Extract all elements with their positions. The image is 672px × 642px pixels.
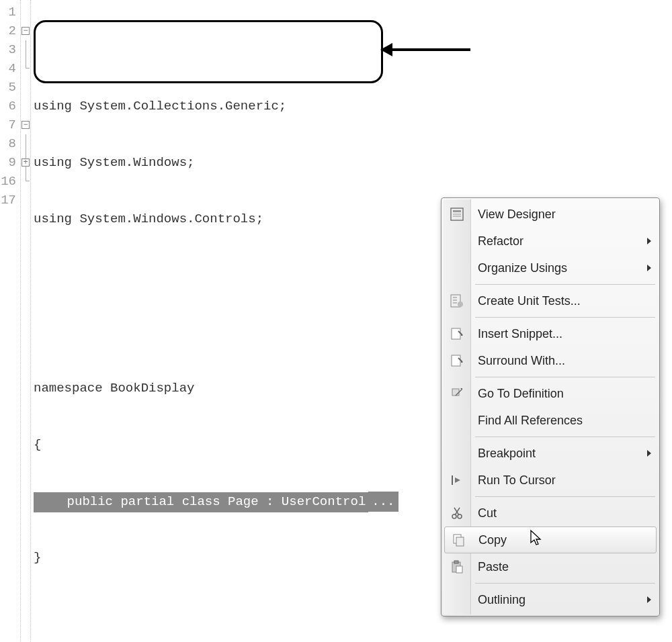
snippet-icon xyxy=(448,325,466,342)
goto-def-icon xyxy=(448,385,466,402)
line-number: 8 xyxy=(0,134,16,153)
unit-test-icon xyxy=(448,292,466,310)
menu-label: Create Unit Tests... xyxy=(478,294,581,308)
code-line xyxy=(34,40,672,59)
menu-label: View Designer xyxy=(478,208,556,222)
menu-item-run-to-cursor[interactable]: Run To Cursor xyxy=(443,467,658,494)
line-number: 17 xyxy=(0,191,16,210)
menu-separator xyxy=(475,437,655,437)
copy-icon xyxy=(450,531,468,549)
menu-label: Surround With... xyxy=(478,354,565,368)
svg-point-15 xyxy=(458,514,462,518)
menu-item-copy[interactable]: Copy xyxy=(444,526,657,553)
menu-item-organize-usings[interactable]: Organize Usings xyxy=(443,255,658,281)
menu-label: Go To Definition xyxy=(478,387,564,401)
submenu-arrow-icon xyxy=(647,596,651,603)
submenu-arrow-icon xyxy=(647,238,651,244)
menu-item-cut[interactable]: Cut xyxy=(443,500,658,526)
line-number: 4 xyxy=(0,59,16,78)
menu-item-go-to-definition[interactable]: Go To Definition xyxy=(443,380,658,407)
line-number: 3 xyxy=(0,40,16,59)
menu-separator xyxy=(475,377,655,377)
menu-label: Run To Cursor xyxy=(478,473,556,488)
line-number: 5 xyxy=(0,78,16,97)
code-line: using System.Collections.Generic; xyxy=(34,97,672,116)
menu-separator xyxy=(475,496,655,497)
line-number-gutter: 1 2 3 4 5 6 7 8 9 16 17 xyxy=(0,0,20,642)
menu-label: Breakpoint xyxy=(478,447,536,461)
fold-gutter: − − + xyxy=(20,0,31,642)
fold-collapse-icon[interactable]: − xyxy=(22,27,30,35)
svg-rect-22 xyxy=(456,566,462,573)
menu-item-find-all-references[interactable]: Find All References xyxy=(443,407,658,434)
svg-rect-1 xyxy=(453,210,461,212)
cut-icon xyxy=(448,504,466,522)
menu-item-create-unit-tests[interactable]: Create Unit Tests... xyxy=(443,287,658,314)
submenu-arrow-icon xyxy=(647,450,651,457)
paste-icon xyxy=(448,558,466,576)
collapsed-region[interactable]: ... xyxy=(368,492,398,512)
fold-collapse-icon[interactable]: − xyxy=(22,121,30,129)
line-number: 6 xyxy=(0,97,16,116)
menu-separator xyxy=(475,317,655,318)
svg-point-14 xyxy=(452,514,456,518)
line-number: 7 xyxy=(0,116,16,134)
menu-item-insert-snippet[interactable]: Insert Snippet... xyxy=(443,320,658,347)
svg-rect-19 xyxy=(456,537,464,546)
fold-expand-icon[interactable]: + xyxy=(22,158,30,167)
svg-line-17 xyxy=(454,508,459,515)
svg-line-16 xyxy=(455,508,460,515)
run-cursor-icon xyxy=(448,471,466,489)
menu-item-paste[interactable]: Paste xyxy=(443,553,658,580)
surround-icon xyxy=(448,352,466,369)
menu-label: Find All References xyxy=(478,414,583,428)
menu-label: Outlining xyxy=(478,593,526,607)
code-line: using System.Windows; xyxy=(34,153,672,172)
svg-marker-13 xyxy=(455,477,460,483)
context-menu: View Designer Refactor Organize Usings C… xyxy=(441,197,660,616)
menu-item-outlining[interactable]: Outlining xyxy=(443,586,658,613)
svg-rect-8 xyxy=(452,355,460,366)
menu-item-breakpoint[interactable]: Breakpoint xyxy=(443,440,658,467)
designer-icon xyxy=(448,205,466,223)
svg-rect-21 xyxy=(454,561,458,563)
line-number: 2 xyxy=(0,21,16,40)
menu-item-refactor[interactable]: Refactor xyxy=(443,228,658,255)
menu-label: Insert Snippet... xyxy=(478,327,562,341)
svg-rect-6 xyxy=(452,328,460,339)
menu-label: Paste xyxy=(478,560,509,574)
line-number: 1 xyxy=(0,3,16,21)
menu-separator xyxy=(475,284,655,285)
menu-label: Copy xyxy=(478,533,507,547)
line-number: 9 xyxy=(0,153,16,172)
menu-label: Organize Usings xyxy=(478,261,567,275)
svg-point-5 xyxy=(458,302,463,307)
menu-item-view-designer[interactable]: View Designer xyxy=(443,201,658,228)
svg-rect-10 xyxy=(452,389,459,396)
menu-separator xyxy=(475,583,655,584)
menu-label: Refactor xyxy=(478,234,523,248)
line-number: 16 xyxy=(0,172,16,191)
menu-label: Cut xyxy=(478,506,497,520)
menu-item-surround-with[interactable]: Surround With... xyxy=(443,347,658,374)
submenu-arrow-icon xyxy=(647,265,651,271)
